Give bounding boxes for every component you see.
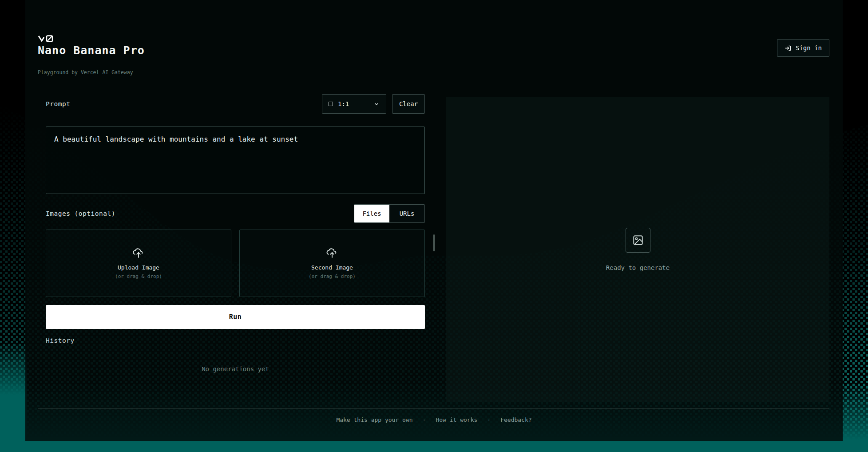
page-title: Nano Banana Pro (38, 44, 145, 57)
result-status-text: Ready to generate (606, 264, 670, 271)
clear-button[interactable]: Clear (392, 94, 425, 114)
prompt-panel: Prompt 1:1 Clear Images (optional) (46, 94, 425, 373)
upload-slots: Upload Image (or drag & drop) Second Ima… (46, 230, 425, 297)
upload-subtitle: (or drag & drop) (309, 274, 356, 279)
second-image-dropzone[interactable]: Second Image (or drag & drop) (239, 230, 425, 297)
footer-divider (38, 408, 829, 409)
v0-logo (38, 35, 55, 43)
cloud-upload-icon (326, 247, 338, 259)
image-source-toggle: Files URLs (354, 204, 425, 223)
image-placeholder-frame (626, 228, 650, 253)
history-label: History (46, 337, 425, 344)
square-aspect-icon (329, 102, 333, 106)
page-subtitle: Playground by Vercel AI Gateway (38, 69, 133, 75)
upload-title: Upload Image (118, 264, 159, 271)
upload-title: Second Image (311, 264, 353, 271)
app-container: Nano Banana Pro Playground by Vercel AI … (25, 0, 843, 441)
upload-image-dropzone[interactable]: Upload Image (or drag & drop) (46, 230, 231, 297)
images-label: Images (optional) (46, 210, 115, 217)
tab-files[interactable]: Files (354, 205, 389, 222)
footer-link-feedback[interactable]: Feedback? (500, 416, 531, 423)
chevron-down-icon (373, 101, 380, 107)
footer-separator: · (487, 416, 491, 423)
prompt-controls-row: Prompt 1:1 Clear (46, 94, 425, 114)
upload-subtitle: (or drag & drop) (115, 274, 162, 279)
footer-link-how-it-works[interactable]: How it works (436, 416, 477, 423)
sign-in-label: Sign in (796, 44, 822, 52)
prompt-input[interactable] (46, 127, 425, 194)
history-empty-text: No generations yet (46, 365, 425, 373)
login-icon (785, 45, 791, 52)
prompt-label: Prompt (46, 100, 70, 107)
panel-resize-handle[interactable] (433, 234, 435, 251)
cloud-upload-icon (133, 247, 144, 259)
image-icon (632, 234, 644, 246)
footer: Make this app your own · How it works · … (25, 416, 843, 423)
aspect-ratio-select[interactable]: 1:1 (322, 94, 386, 114)
sign-in-button[interactable]: Sign in (777, 39, 829, 57)
run-button[interactable]: Run (46, 305, 425, 329)
page: Nano Banana Pro Playground by Vercel AI … (0, 0, 868, 452)
images-controls-row: Images (optional) Files URLs (46, 204, 425, 223)
aspect-ratio-value: 1:1 (338, 100, 349, 107)
footer-link-make-your-own[interactable]: Make this app your own (336, 416, 412, 423)
footer-separator: · (423, 416, 426, 423)
tab-urls[interactable]: URLs (389, 205, 424, 222)
panel-divider (434, 97, 434, 402)
result-panel: Ready to generate (446, 97, 829, 402)
